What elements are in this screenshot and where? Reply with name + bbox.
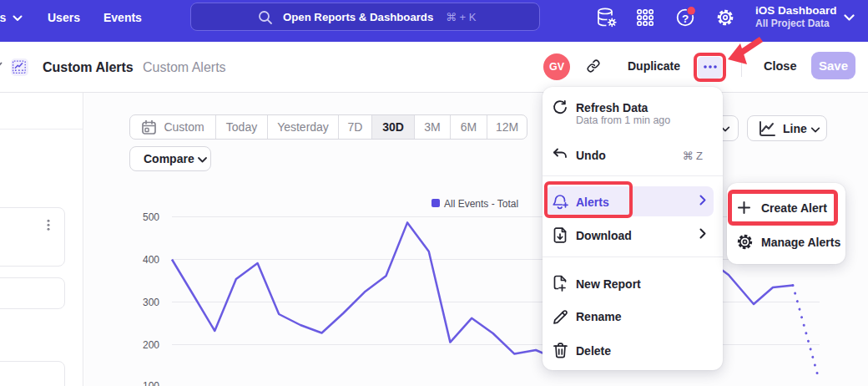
- svg-text:200: 200: [143, 339, 159, 351]
- svg-text:?: ?: [682, 13, 689, 25]
- svg-text:100: 100: [143, 380, 159, 386]
- svg-text:300: 300: [143, 297, 159, 308]
- svg-text:400: 400: [143, 254, 159, 266]
- svg-text:500: 500: [143, 211, 159, 223]
